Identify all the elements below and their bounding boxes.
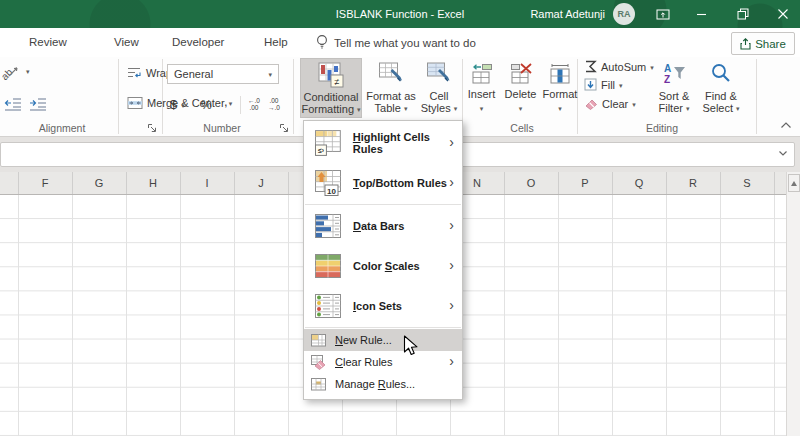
tab-help[interactable]: Help bbox=[264, 28, 288, 57]
fill-button[interactable]: Fill bbox=[584, 78, 623, 91]
conditional-formatting-icon: ≠ bbox=[318, 62, 344, 89]
menu-item-clear-rules[interactable]: Clear Rules › bbox=[304, 351, 462, 373]
merge-center-icon bbox=[127, 96, 143, 110]
submenu-arrow-icon: › bbox=[449, 217, 454, 233]
find-select-button[interactable]: Find & Select bbox=[698, 58, 744, 118]
title-bar: ISBLANK Function - Excel Ramat Adetunji … bbox=[0, 0, 800, 28]
menu-item-data-bars[interactable]: Data Bars › bbox=[304, 206, 462, 246]
sort-filter-label-2: Filter bbox=[652, 102, 696, 114]
tab-view[interactable]: View bbox=[114, 28, 139, 57]
collapse-ribbon-button[interactable] bbox=[780, 121, 792, 129]
submenu-arrow-icon: › bbox=[449, 297, 454, 313]
menu-item-icon-sets[interactable]: Icon Sets › bbox=[304, 286, 462, 326]
increase-indent-button[interactable] bbox=[28, 96, 48, 112]
format-caret bbox=[540, 102, 580, 114]
dropdown-caret-icon bbox=[619, 79, 623, 91]
comma-format-button[interactable]: , bbox=[224, 94, 228, 109]
excel-window: F G H I J K L M N O P Q R S bbox=[0, 0, 800, 436]
eraser-icon bbox=[584, 97, 598, 110]
clear-button[interactable]: Clear bbox=[584, 97, 636, 110]
menu-item-label: Clear Rules bbox=[335, 356, 392, 368]
chevron-up-icon bbox=[780, 121, 792, 129]
number-format-select[interactable]: General bbox=[167, 64, 279, 84]
formula-bar-expand-icon[interactable] bbox=[778, 150, 788, 157]
currency-format-button[interactable]: $ bbox=[170, 97, 185, 112]
alignment-dialog-launcher[interactable] bbox=[147, 123, 157, 133]
column-header[interactable]: H bbox=[126, 172, 180, 194]
mouse-cursor bbox=[403, 335, 418, 357]
column-header[interactable]: R bbox=[666, 172, 720, 194]
column-header[interactable]: S bbox=[720, 172, 774, 194]
user-name[interactable]: Ramat Adetunji bbox=[530, 0, 605, 28]
comma-label: , bbox=[224, 94, 228, 109]
alignment-group-label: Alignment bbox=[14, 122, 110, 135]
dropdown-caret-icon bbox=[736, 102, 740, 114]
dropdown-caret-icon bbox=[229, 97, 233, 109]
sort-filter-label-1: Sort & bbox=[652, 90, 696, 102]
find-select-label-1: Find & bbox=[698, 90, 744, 102]
column-header[interactable]: G bbox=[72, 172, 126, 194]
dropdown-caret-icon bbox=[558, 102, 562, 114]
dropdown-caret-icon bbox=[686, 102, 690, 114]
minimize-button[interactable] bbox=[686, 0, 716, 28]
share-button[interactable]: Share bbox=[731, 32, 795, 55]
decrease-decimal-icon: .00 bbox=[269, 97, 278, 104]
column-header[interactable]: Q bbox=[612, 172, 666, 194]
increase-decimal-button[interactable]: ←.0 .00 bbox=[248, 97, 260, 112]
tell-me-box[interactable]: Tell me what you want to do bbox=[316, 28, 476, 57]
cell-styles-button[interactable]: Cell Styles bbox=[418, 58, 460, 118]
dropdown-caret-icon bbox=[268, 68, 272, 80]
number-group-label: Number bbox=[180, 122, 264, 135]
share-icon bbox=[740, 38, 751, 50]
increase-decimal-icon-2: .00 bbox=[249, 104, 258, 111]
svg-text:≠: ≠ bbox=[335, 77, 340, 87]
format-as-table-icon bbox=[379, 61, 404, 86]
lightbulb-icon bbox=[316, 34, 328, 51]
decrease-decimal-button[interactable]: .00 →.0 bbox=[268, 97, 280, 112]
autosum-button[interactable]: AutoSum bbox=[584, 60, 654, 73]
merge-center-label: Merge & Center bbox=[147, 97, 225, 109]
wrap-text-icon bbox=[127, 66, 142, 80]
cell-styles-label-2: Styles bbox=[418, 102, 460, 114]
decrease-indent-button[interactable] bbox=[3, 96, 23, 112]
dropdown-caret-icon bbox=[519, 102, 523, 114]
column-header[interactable]: P bbox=[558, 172, 612, 194]
decrease-indent-icon bbox=[3, 96, 23, 112]
delete-button[interactable]: Delete bbox=[501, 58, 540, 118]
vertical-scrollbar[interactable] bbox=[786, 172, 800, 436]
menu-item-manage-rules[interactable]: Manage Rules... bbox=[304, 373, 462, 395]
column-header[interactable]: O bbox=[504, 172, 558, 194]
insert-label: Insert bbox=[462, 88, 501, 100]
format-cells-icon bbox=[549, 63, 571, 84]
orientation-button[interactable]: ab bbox=[0, 61, 30, 81]
menu-item-label: Icon Sets bbox=[353, 300, 402, 312]
format-as-table-button[interactable]: Format as Table bbox=[364, 58, 418, 118]
scroll-up-button[interactable] bbox=[788, 174, 800, 192]
number-dialog-launcher[interactable] bbox=[279, 123, 289, 133]
avatar[interactable]: RA bbox=[613, 3, 635, 25]
conditional-formatting-button[interactable]: ≠ Conditional Formatting bbox=[300, 58, 362, 118]
sort-filter-button[interactable]: A Z Sort & Filter bbox=[652, 58, 696, 118]
column-header[interactable]: F bbox=[18, 172, 72, 194]
menu-item-new-rule[interactable]: New Rule... bbox=[304, 329, 462, 351]
percent-format-button[interactable]: % bbox=[201, 98, 212, 112]
sort-filter-icon: A Z bbox=[662, 62, 686, 86]
separator bbox=[118, 59, 119, 134]
tab-developer[interactable]: Developer bbox=[172, 28, 224, 57]
menu-item-top-bottom-rules[interactable]: 10 Top/Bottom Rules › bbox=[304, 163, 462, 203]
ribbon-display-options-button[interactable] bbox=[648, 0, 678, 28]
scroll-up-icon bbox=[791, 181, 797, 186]
menu-item-color-scales[interactable]: Color Scales › bbox=[304, 246, 462, 286]
menu-item-label: Color Scales bbox=[353, 260, 420, 272]
insert-button[interactable]: Insert bbox=[462, 58, 501, 118]
column-header[interactable]: I bbox=[180, 172, 234, 194]
restore-button[interactable] bbox=[728, 0, 758, 28]
fill-label: Fill bbox=[601, 79, 615, 91]
format-button[interactable]: Format bbox=[540, 58, 580, 118]
menu-item-highlight-cells-rules[interactable]: ≤› Highlight Cells Rules › bbox=[304, 123, 462, 163]
column-header[interactable]: J bbox=[234, 172, 288, 194]
tab-review[interactable]: Review bbox=[29, 28, 67, 57]
separator bbox=[756, 59, 757, 134]
close-button[interactable] bbox=[768, 0, 798, 28]
menu-separator bbox=[305, 204, 461, 205]
